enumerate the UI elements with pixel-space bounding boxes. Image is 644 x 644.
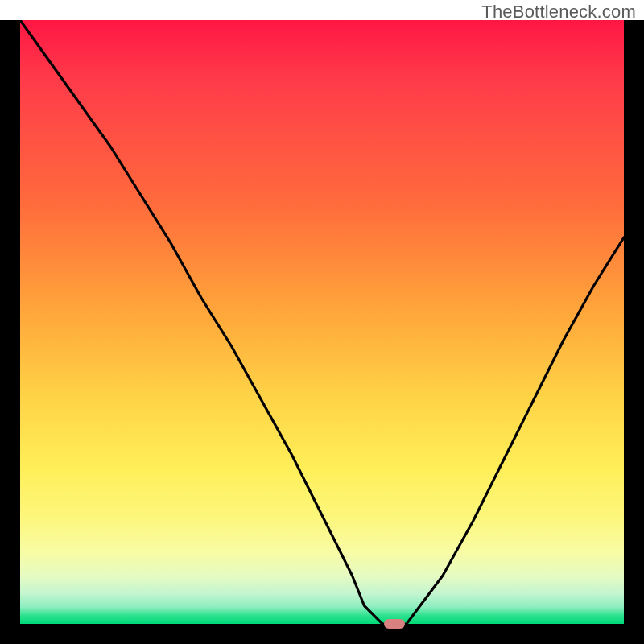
- optimal-point-marker: [384, 619, 405, 629]
- chart-frame: [0, 20, 644, 644]
- plot-area: [20, 20, 624, 624]
- watermark: TheBottleneck.com: [481, 2, 636, 23]
- bottleneck-curve: [20, 20, 624, 624]
